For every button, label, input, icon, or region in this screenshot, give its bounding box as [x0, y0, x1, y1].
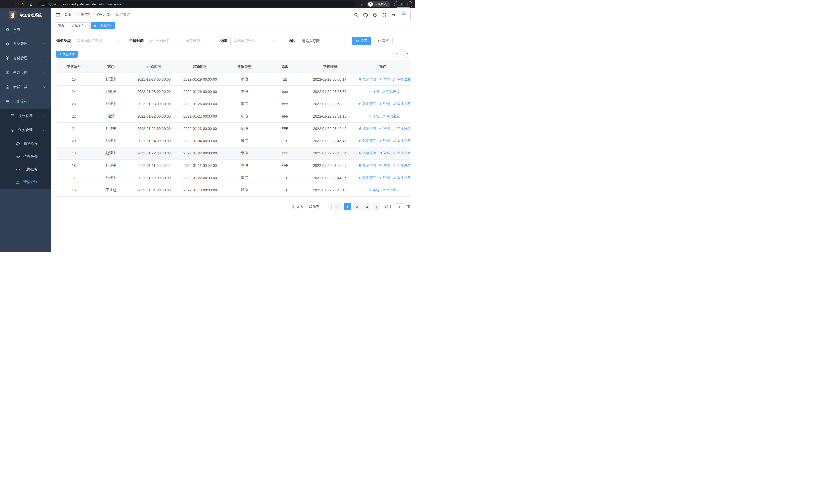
detail-link[interactable]: 详情 — [379, 126, 390, 131]
apply-time-range-picker[interactable]: 开始日期 - 结束日期 — [147, 36, 210, 46]
sidebar-item-支付管理[interactable]: ¥支付管理 — [0, 51, 51, 65]
sidebar-item-请假查询[interactable]: 请假查询 — [0, 176, 51, 188]
next-page-button[interactable]: › — [373, 203, 380, 210]
tab-请假查询[interactable]: 请假查询× — [91, 22, 115, 29]
reset-button[interactable]: 重置 — [374, 37, 393, 45]
update-label[interactable]: 更新 — [397, 2, 404, 6]
trash-icon — [359, 127, 362, 130]
font-size-icon[interactable]: TT — [392, 13, 396, 17]
progress-link[interactable]: 审批进度 — [393, 126, 410, 131]
breadcrumb-item[interactable]: 首页 — [64, 12, 71, 17]
detail-link[interactable]: 详情 — [379, 101, 390, 106]
create-leave-button[interactable]: + 发起请假 — [56, 51, 78, 58]
detail-link[interactable]: 详情 — [368, 188, 379, 192]
app-logo-row[interactable]: 芋道管理系统 — [0, 8, 51, 22]
reason-input[interactable] — [299, 36, 346, 46]
page-size-select[interactable]: 10条/页 — [306, 203, 332, 210]
progress-link[interactable]: 审批进度 — [382, 188, 400, 192]
page-button-1[interactable]: 1 — [344, 203, 351, 210]
detail-link[interactable]: 详情 — [379, 176, 390, 180]
action-label: 取消请假 — [363, 139, 376, 143]
leave-type-select[interactable]: 请选择请假类型 — [74, 36, 123, 46]
browser-home-button[interactable]: ⌂ — [28, 1, 34, 8]
browser-reload-button[interactable]: ↻ — [20, 1, 26, 8]
cell-applied: 2022-01-22 23:49:46 — [304, 122, 355, 135]
eye-o-icon — [368, 188, 372, 192]
breadcrumb-item[interactable]: 工作流程 — [77, 12, 91, 17]
cell-id: 22 — [56, 110, 91, 122]
tab-流程详情[interactable]: 流程详情× — [68, 22, 90, 29]
date-end-placeholder[interactable]: 结束日期 — [185, 38, 207, 43]
avatar[interactable] — [401, 10, 411, 20]
cancel-link[interactable]: 取消请假 — [359, 151, 376, 155]
progress-link[interactable]: 审批进度 — [393, 139, 410, 143]
sidebar-item-流程管理[interactable]: 流程管理 — [0, 109, 51, 123]
close-tab-icon[interactable]: × — [111, 24, 113, 27]
cancel-link[interactable]: 取消请假 — [359, 101, 376, 106]
pen-icon — [382, 90, 385, 93]
page-button-3[interactable]: 3 — [364, 203, 371, 210]
cancel-link[interactable]: 取消请假 — [359, 176, 376, 180]
detail-link[interactable]: 详情 — [368, 89, 379, 94]
incognito-badge: 无痕模式 — [367, 1, 390, 7]
progress-link[interactable]: 审批进度 — [393, 101, 410, 106]
detail-link[interactable]: 详情 — [379, 139, 390, 143]
progress-link[interactable]: 审批进度 — [393, 77, 410, 82]
sidebar-item-我的流程[interactable]: 我的流程 — [0, 137, 51, 150]
cancel-link[interactable]: 取消请假 — [359, 77, 376, 82]
sidebar-item-待办任务[interactable]: 待办任务 — [0, 150, 51, 163]
sidebar-item-系统管理[interactable]: 系统管理 — [0, 37, 51, 51]
search-button[interactable]: 搜索 — [352, 37, 371, 45]
sidebar-item-首页[interactable]: 首页 — [0, 22, 51, 37]
address-bar[interactable]: 不安全 dashboard.yudao.iocoder.cn/bpm/oa/le… — [38, 1, 355, 7]
progress-link[interactable]: 审批进度 — [382, 89, 400, 94]
detail-link[interactable]: 详情 — [379, 163, 390, 168]
chevron-down-icon — [43, 42, 46, 46]
fullscreen-icon[interactable] — [382, 12, 387, 17]
breadcrumb-item[interactable]: OA 示例 — [97, 12, 110, 17]
date-start-placeholder[interactable]: 开始日期 — [156, 38, 177, 43]
cancel-link[interactable]: 取消请假 — [359, 163, 376, 168]
progress-link[interactable]: 审批进度 — [393, 163, 410, 168]
security-label[interactable]: 不安全 — [47, 2, 56, 6]
toggle-search-button[interactable] — [394, 51, 401, 58]
page-url[interactable]: dashboard.yudao.iocoder.cn/bpm/oa/leave — [61, 3, 121, 6]
cancel-link[interactable]: 取消请假 — [359, 139, 376, 143]
github-icon[interactable] — [364, 12, 368, 17]
help-icon[interactable] — [373, 12, 377, 17]
detail-link[interactable]: 详情 — [379, 151, 390, 155]
cell-end: 2022-01-26 00:00:00 — [177, 98, 223, 110]
page-button-2[interactable]: 2 — [354, 203, 361, 210]
prev-page-button[interactable]: ‹ — [334, 203, 341, 210]
refresh-table-button[interactable] — [403, 51, 410, 58]
tab-label: 请假查询 — [97, 23, 110, 28]
result-select[interactable]: 请选择流结果 — [230, 36, 278, 46]
sidebar-item-研发工具[interactable]: 研发工具 — [0, 80, 51, 94]
cancel-link[interactable]: 取消请假 — [359, 126, 376, 131]
user-icon — [16, 180, 20, 184]
sidebar-item-已办任务[interactable]: 已办任务 — [0, 163, 51, 176]
bookmark-star-icon[interactable]: ☆ — [360, 2, 364, 7]
browser-update-pill[interactable]: 更新 ⋮ — [394, 1, 413, 8]
close-tab-icon[interactable]: × — [85, 24, 87, 27]
tab-label: 首页 — [58, 23, 64, 28]
progress-link[interactable]: 审批进度 — [393, 151, 410, 155]
sidebar-collapse-icon[interactable] — [55, 12, 60, 18]
sidebar-item-任务管理[interactable]: 任务管理 — [0, 123, 51, 137]
chevron-down-icon — [117, 39, 120, 42]
tab-首页[interactable]: 首页 — [55, 22, 67, 29]
goto-page-input[interactable] — [394, 204, 404, 210]
detail-link[interactable]: 详情 — [368, 114, 379, 119]
eye-o-icon — [379, 164, 382, 167]
cell-actions: 详情审批进度 — [355, 184, 410, 196]
user-menu[interactable] — [400, 10, 412, 20]
progress-link[interactable]: 审批进度 — [382, 114, 400, 119]
browser-back-button[interactable]: ← — [3, 1, 10, 8]
browser-menu-icon[interactable]: ⋮ — [406, 2, 409, 6]
header-search-icon[interactable] — [354, 12, 359, 17]
sidebar-item-基础设施[interactable]: 基础设施 — [0, 65, 51, 80]
browser-forward-button[interactable]: → — [11, 1, 18, 8]
sidebar-item-工作流程[interactable]: 工作流程 — [0, 94, 51, 109]
progress-link[interactable]: 审批进度 — [393, 176, 410, 180]
detail-link[interactable]: 详情 — [379, 77, 390, 82]
